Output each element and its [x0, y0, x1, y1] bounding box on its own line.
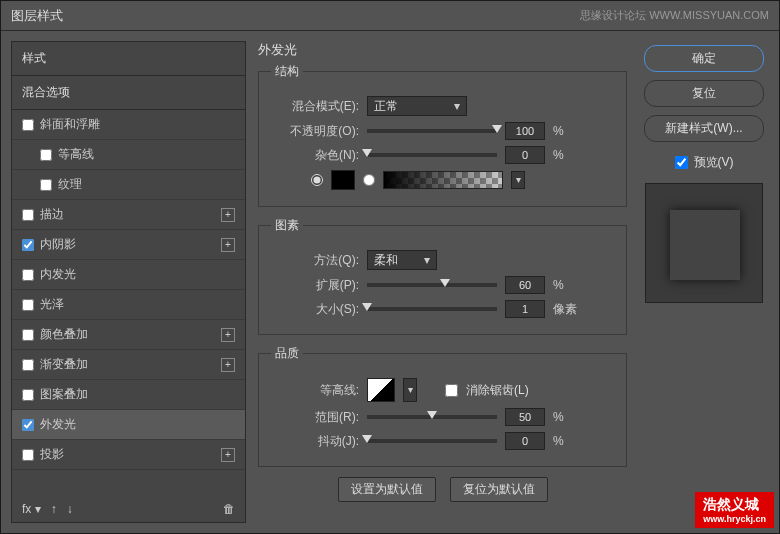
sidebar-item-1[interactable]: 等高线	[12, 140, 245, 170]
sidebar-footer: fx ▾ ↑ ↓ 🗑	[12, 496, 245, 522]
gradient-dropdown-icon[interactable]: ▾	[511, 171, 525, 189]
watermark-main: 浩然义城	[703, 496, 766, 514]
sidebar-item-2[interactable]: 纹理	[12, 170, 245, 200]
sidebar-item-checkbox[interactable]	[22, 389, 34, 401]
sidebar-item-label: 内发光	[40, 266, 235, 283]
sidebar-item-label: 纹理	[58, 176, 235, 193]
jitter-slider[interactable]	[367, 439, 497, 443]
jitter-label: 抖动(J):	[271, 433, 359, 450]
layer-style-dialog: 图层样式 思缘设计论坛 WWW.MISSYUAN.COM 样式 混合选项 斜面和…	[0, 0, 780, 534]
sidebar-item-10[interactable]: 外发光	[12, 410, 245, 440]
spread-slider[interactable]	[367, 283, 497, 287]
sidebar-item-label: 光泽	[40, 296, 235, 313]
gradient-picker[interactable]	[383, 171, 503, 189]
sidebar-item-label: 外发光	[40, 416, 235, 433]
sidebar-item-label: 等高线	[58, 146, 235, 163]
jitter-input[interactable]: 0	[505, 432, 545, 450]
sidebar-item-checkbox[interactable]	[22, 419, 34, 431]
preview-checkbox[interactable]	[675, 156, 688, 169]
move-down-icon[interactable]: ↓	[67, 502, 73, 516]
sidebar-item-11[interactable]: 投影+	[12, 440, 245, 470]
preview-label: 预览(V)	[694, 154, 734, 171]
watermark-sub: www.hryckj.cn	[703, 514, 766, 524]
reset-button[interactable]: 复位	[644, 80, 764, 107]
contour-picker[interactable]	[367, 378, 395, 402]
contour-dropdown-icon[interactable]: ▾	[403, 378, 417, 402]
fx-menu[interactable]: fx ▾	[22, 502, 41, 516]
spread-input[interactable]: 60	[505, 276, 545, 294]
sidebar-item-6[interactable]: 光泽	[12, 290, 245, 320]
trash-icon[interactable]: 🗑	[223, 502, 235, 516]
sidebar-item-7[interactable]: 颜色叠加+	[12, 320, 245, 350]
sidebar-blend-options[interactable]: 混合选项	[12, 76, 245, 110]
sidebar-item-checkbox[interactable]	[22, 119, 34, 131]
method-select[interactable]: 柔和	[367, 250, 437, 270]
sidebar-item-checkbox[interactable]	[22, 209, 34, 221]
preview-box	[645, 183, 763, 303]
add-effect-icon[interactable]: +	[221, 448, 235, 462]
action-column: 确定 复位 新建样式(W)... 预览(V)	[639, 41, 769, 523]
size-slider[interactable]	[367, 307, 497, 311]
opacity-unit: %	[553, 124, 583, 138]
blend-mode-select[interactable]: 正常	[367, 96, 467, 116]
gradient-radio[interactable]	[363, 174, 375, 186]
size-label: 大小(S):	[271, 301, 359, 318]
reset-default-button[interactable]: 复位为默认值	[450, 477, 548, 502]
titlebar: 图层样式 思缘设计论坛 WWW.MISSYUAN.COM	[1, 1, 779, 31]
add-effect-icon[interactable]: +	[221, 208, 235, 222]
structure-legend: 结构	[271, 63, 303, 80]
sidebar-item-checkbox[interactable]	[22, 329, 34, 341]
sidebar-item-label: 颜色叠加	[40, 326, 221, 343]
sidebar-item-label: 描边	[40, 206, 221, 223]
range-input[interactable]: 50	[505, 408, 545, 426]
sidebar-item-checkbox[interactable]	[40, 149, 52, 161]
add-effect-icon[interactable]: +	[221, 328, 235, 342]
noise-slider[interactable]	[367, 153, 497, 157]
sidebar-item-checkbox[interactable]	[22, 359, 34, 371]
size-unit: 像素	[553, 301, 583, 318]
quality-legend: 品质	[271, 345, 303, 362]
color-radio[interactable]	[311, 174, 323, 186]
sidebar-item-checkbox[interactable]	[22, 239, 34, 251]
elements-legend: 图素	[271, 217, 303, 234]
effect-title: 外发光	[258, 41, 627, 59]
noise-unit: %	[553, 148, 583, 162]
sidebar-item-label: 投影	[40, 446, 221, 463]
sidebar-item-checkbox[interactable]	[22, 269, 34, 281]
sidebar-item-label: 斜面和浮雕	[40, 116, 235, 133]
watermark: 浩然义城 www.hryckj.cn	[695, 492, 774, 528]
new-style-button[interactable]: 新建样式(W)...	[644, 115, 764, 142]
noise-input[interactable]: 0	[505, 146, 545, 164]
color-swatch[interactable]	[331, 170, 355, 190]
add-effect-icon[interactable]: +	[221, 358, 235, 372]
opacity-slider[interactable]	[367, 129, 497, 133]
sidebar-item-9[interactable]: 图案叠加	[12, 380, 245, 410]
titlebar-credit: 思缘设计论坛 WWW.MISSYUAN.COM	[580, 8, 769, 23]
sidebar-item-4[interactable]: 内阴影+	[12, 230, 245, 260]
range-slider[interactable]	[367, 415, 497, 419]
sidebar-styles-header[interactable]: 样式	[12, 42, 245, 76]
method-label: 方法(Q):	[271, 252, 359, 269]
antialias-checkbox[interactable]	[445, 384, 458, 397]
size-input[interactable]: 1	[505, 300, 545, 318]
sidebar-item-checkbox[interactable]	[22, 299, 34, 311]
add-effect-icon[interactable]: +	[221, 238, 235, 252]
blend-mode-label: 混合模式(E):	[271, 98, 359, 115]
ok-button[interactable]: 确定	[644, 45, 764, 72]
sidebar-item-checkbox[interactable]	[22, 449, 34, 461]
sidebar-item-3[interactable]: 描边+	[12, 200, 245, 230]
sidebar-item-5[interactable]: 内发光	[12, 260, 245, 290]
spread-unit: %	[553, 278, 583, 292]
range-unit: %	[553, 410, 583, 424]
sidebar-item-8[interactable]: 渐变叠加+	[12, 350, 245, 380]
opacity-label: 不透明度(O):	[271, 123, 359, 140]
move-up-icon[interactable]: ↑	[51, 502, 57, 516]
quality-group: 品质 等高线: ▾ 消除锯齿(L) 范围(R): 50 % 抖动(J):	[258, 345, 627, 467]
make-default-button[interactable]: 设置为默认值	[338, 477, 436, 502]
sidebar-item-0[interactable]: 斜面和浮雕	[12, 110, 245, 140]
noise-label: 杂色(N):	[271, 147, 359, 164]
opacity-input[interactable]: 100	[505, 122, 545, 140]
contour-label: 等高线:	[271, 382, 359, 399]
spread-label: 扩展(P):	[271, 277, 359, 294]
sidebar-item-checkbox[interactable]	[40, 179, 52, 191]
